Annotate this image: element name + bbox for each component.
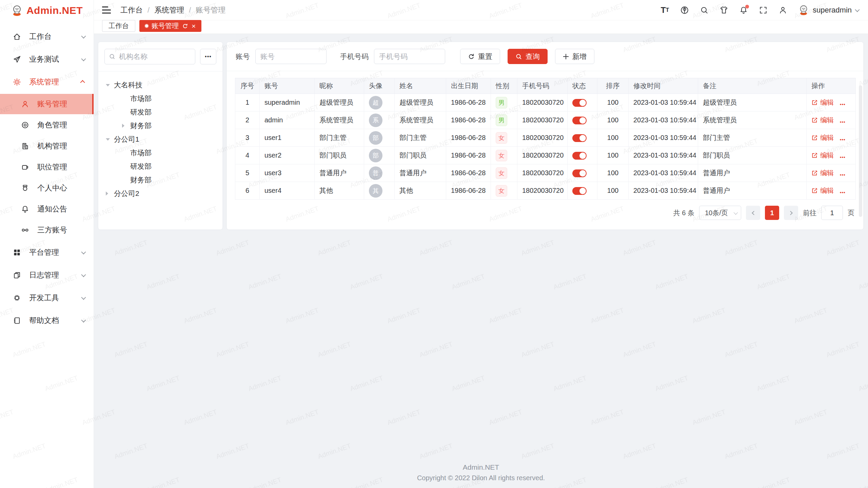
avatar: 普 [369,166,382,180]
status-toggle[interactable] [572,134,587,142]
org-search-input[interactable] [104,49,195,64]
cell-time: 2023-01-03 10:59:44 [629,182,698,200]
phone-filter-input[interactable] [374,49,445,64]
fullscreen-icon[interactable] [758,5,768,15]
sidebar-item-account-mgmt[interactable]: 账号管理 [0,94,94,114]
search-icon[interactable] [699,5,709,15]
bell-icon [21,205,29,213]
sidebar-item-personal-center[interactable]: 个人中心 [0,178,94,198]
tree-node[interactable]: 财务部 [101,119,220,133]
row-more-button[interactable]: ••• [840,190,846,195]
tree-node[interactable]: 分公司1 [101,133,220,146]
content: ••• 大名科技 市场部 研发部 财务部 分公司1 市场部 研发部 财务部 分公… [94,34,868,229]
tree-node[interactable]: 分公司2 [101,187,220,200]
sidebar-item-label: 工作台 [29,32,81,42]
sidebar-item-position-mgmt[interactable]: 职位管理 [0,157,94,177]
sidebar-item-label: 日志管理 [29,270,81,280]
breadcrumb-separator: / [147,6,150,15]
cell-actions: 编辑••• [807,94,856,111]
cell-time: 2023-01-03 10:59:44 [629,129,698,147]
tree-node-label: 市场部 [130,148,152,158]
breadcrumb-item[interactable]: 系统管理 [154,5,184,15]
account-filter-label: 账号 [236,52,250,61]
add-button[interactable]: 新增 [555,49,594,64]
tree-node[interactable]: 大名科技 [101,78,220,92]
tab-workbench[interactable]: 工作台 [102,20,135,32]
sidebar-item-notice[interactable]: 通知公告 [0,199,94,219]
page-number-active[interactable]: 1 [765,206,779,220]
cell-birth: 1986-06-28 [446,129,491,147]
edit-button[interactable]: 编辑 [811,186,834,195]
status-toggle[interactable] [572,117,587,124]
edit-button[interactable]: 编辑 [811,151,834,160]
tree-node[interactable]: 财务部 [101,173,220,187]
sidebar-item-business-test[interactable]: 业务测试 [0,48,94,70]
sidebar-item-platform-mgmt[interactable]: 平台管理 [0,242,94,263]
edit-button[interactable]: 编辑 [811,168,834,178]
cell-avatar: 系 [364,111,395,129]
row-more-button[interactable]: ••• [840,155,846,160]
close-icon[interactable] [192,22,196,29]
tree-node[interactable]: 研发部 [101,105,220,119]
sidebar-item-org-mgmt[interactable]: 机构管理 [0,136,94,156]
chevron-right-icon [788,211,793,215]
cell-gender: 男 [491,94,517,111]
tree-expand-icon[interactable] [106,191,108,196]
refresh-icon[interactable] [182,23,188,29]
sidebar-item-third-party-account[interactable]: 三方账号 [0,220,94,240]
goto-page-input[interactable] [821,206,843,220]
account-filter-input[interactable] [255,49,327,64]
tree-more-button[interactable]: ••• [200,49,216,64]
logo[interactable]: Admin.NET [0,0,94,21]
status-toggle[interactable] [572,152,587,160]
mug-icon [21,163,29,171]
edit-button[interactable]: 编辑 [811,116,834,125]
user-icon[interactable] [778,5,788,15]
tree-node[interactable]: 研发部 [101,160,220,173]
tree-node[interactable]: 市场部 [101,92,220,105]
sidebar-item-log-mgmt[interactable]: 日志管理 [0,264,94,286]
font-size-icon[interactable]: TT [660,5,670,15]
edit-button[interactable]: 编辑 [811,133,834,142]
menu-fold-icon[interactable] [102,5,112,15]
theme-icon[interactable] [719,5,729,15]
sidebar-item-system-mgmt[interactable]: 系统管理 [0,71,94,93]
search-button[interactable]: 查询 [508,49,548,64]
tree-expand-icon[interactable] [106,84,110,86]
chevron-down-icon [81,272,86,277]
reset-button[interactable]: 重置 [460,49,500,64]
prev-page-button[interactable] [746,206,760,220]
table-scrollbar[interactable] [859,85,862,217]
row-more-button[interactable]: ••• [840,137,846,142]
page-size-select[interactable]: 10条/页 [699,206,741,220]
language-icon[interactable] [680,5,689,15]
edit-button[interactable]: 编辑 [811,98,834,107]
row-more-button[interactable]: ••• [840,102,846,107]
table-row: 6 user4 其他 其 其他 1986-06-28 女 18020030720… [235,182,856,200]
sidebar-item-help-docs[interactable]: 帮助文档 [0,310,94,331]
tree-node[interactable]: 市场部 [101,146,220,160]
topbar-actions: TT [660,4,859,16]
breadcrumb-item[interactable]: 工作台 [120,5,143,15]
status-toggle[interactable] [572,169,587,177]
next-page-button[interactable] [784,206,798,220]
status-toggle[interactable] [572,99,587,107]
sidebar-item-label: 帮助文档 [29,316,81,326]
notification-bell-icon[interactable] [739,5,748,15]
cell-remark: 系统管理员 [698,111,807,129]
goto-label: 前往 [803,208,816,218]
user-menu[interactable]: superadmin [798,4,859,16]
tab-account-mgmt[interactable]: 账号管理 [139,20,201,32]
tree-expand-icon[interactable] [122,124,124,128]
row-more-button[interactable]: ••• [840,172,846,177]
cell-account: user4 [260,182,315,200]
col-nickname: 昵称 [315,78,364,94]
tree-expand-icon[interactable] [106,138,110,141]
status-toggle[interactable] [572,187,587,195]
sidebar-item-dev-tools[interactable]: 开发工具 [0,287,94,308]
sidebar-item-workbench[interactable]: 工作台 [0,26,94,47]
account-table-panel: 账号 手机号码 重置 查询 新增 [227,42,863,229]
footer-app-name: Admin.NET [94,463,868,471]
sidebar-item-role-mgmt[interactable]: 角色管理 [0,115,94,135]
row-more-button[interactable]: ••• [840,119,846,124]
